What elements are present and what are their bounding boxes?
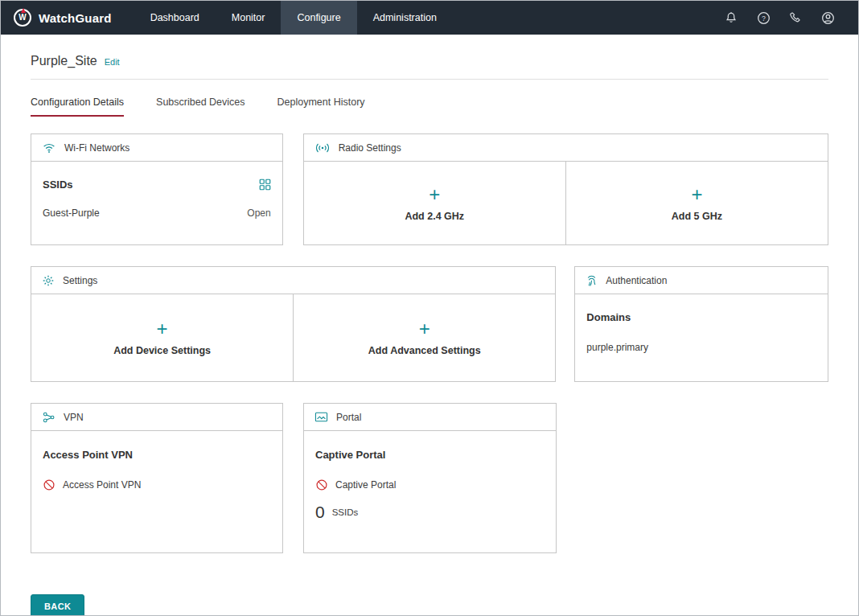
card-row-2: Settings + Add Device Settings + Add Adv… [31, 266, 828, 382]
radio-settings-card: Radio Settings + Add 2.4 GHz + Add 5 GHz [303, 133, 828, 245]
edit-site-link[interactable]: Edit [105, 57, 120, 67]
add-device-settings-button[interactable]: + Add Device Settings [31, 294, 293, 381]
logo-letter: W [18, 14, 26, 22]
portal-card-title: Portal [336, 412, 361, 423]
authentication-card-body: Domains purple.primary [575, 294, 828, 370]
card-grid: Wi-Fi Networks SSIDs [31, 133, 828, 553]
page-content: Purple_Site Edit Configuration Details S… [1, 54, 858, 553]
domains-label: Domains [586, 311, 816, 323]
settings-card-body: + Add Device Settings + Add Advanced Set… [31, 294, 555, 381]
wifi-networks-card-header: Wi-Fi Networks [31, 134, 282, 162]
vpn-status-label: Access Point VPN [63, 479, 141, 491]
radio-settings-card-title: Radio Settings [339, 142, 401, 154]
portal-status-row[interactable]: Captive Portal [315, 478, 545, 491]
captive-portal-heading: Captive Portal [315, 449, 545, 461]
brand-name: WatchGuard [39, 11, 112, 25]
authentication-card-title: Authentication [606, 275, 667, 286]
ssid-count-label: SSIDs [332, 507, 359, 517]
page-title: Purple_Site [31, 54, 97, 68]
tab-deployment-history[interactable]: Deployment History [277, 97, 365, 117]
disabled-prohibited-icon [315, 478, 328, 491]
ssids-header-row: SSIDs [43, 179, 271, 191]
gear-icon [42, 274, 55, 287]
ssid-grid-view-icon[interactable] [259, 179, 271, 191]
vpn-card-header: VPN [31, 404, 282, 431]
fingerprint-icon [586, 274, 598, 287]
navbar-utility-icons: ? [720, 1, 858, 35]
radio-settings-card-body: + Add 2.4 GHz + Add 5 GHz [304, 162, 828, 244]
plus-icon: + [691, 185, 702, 204]
watchguard-wifi-cloud-app: { "navbar": { "brand": "WatchGuard", "it… [0, 0, 859, 616]
tab-configuration-details[interactable]: Configuration Details [31, 97, 124, 117]
account-user-icon[interactable] [816, 6, 839, 29]
plus-icon: + [419, 319, 430, 339]
portal-card-header: Portal [304, 404, 556, 431]
add-advanced-settings-label: Add Advanced Settings [368, 345, 481, 356]
ssid-count-value: 0 [315, 503, 325, 520]
settings-card: Settings + Add Device Settings + Add Adv… [31, 266, 556, 382]
back-button[interactable]: BACK [31, 594, 84, 616]
nav-item-administration[interactable]: Administration [357, 1, 453, 35]
add-5ghz-label: Add 5 GHz [672, 211, 722, 222]
help-question-icon[interactable]: ? [752, 6, 775, 29]
access-point-vpn-heading: Access Point VPN [43, 449, 271, 461]
add-5ghz-button[interactable]: + Add 5 GHz [565, 162, 828, 244]
add-advanced-settings-button[interactable]: + Add Advanced Settings [293, 294, 555, 381]
phone-support-icon[interactable] [784, 6, 807, 29]
plus-icon: + [157, 319, 168, 339]
site-title-row: Purple_Site Edit [31, 54, 828, 80]
notifications-bell-icon[interactable] [720, 6, 742, 29]
settings-card-title: Settings [63, 275, 97, 286]
wifi-networks-card-body: SSIDs Guest-Purple Open [31, 162, 282, 238]
logo-flame [21, 8, 26, 13]
portal-status-label: Captive Portal [335, 479, 396, 491]
portal-card-body: Captive Portal Captive Portal 0 SSIDs [304, 431, 556, 552]
ssid-list-item[interactable]: Guest-Purple Open [43, 207, 271, 219]
settings-card-header: Settings [31, 267, 555, 294]
domain-value[interactable]: purple.primary [586, 342, 816, 353]
image-icon [314, 411, 328, 423]
card-row-3: VPN Access Point VPN Access Point VPN [31, 403, 828, 553]
ssid-name: Guest-Purple [43, 207, 100, 219]
wifi-networks-card: Wi-Fi Networks SSIDs [31, 133, 283, 245]
ssid-security-type: Open [247, 207, 270, 219]
tab-subscribed-devices[interactable]: Subscribed Devices [156, 97, 245, 117]
plus-icon: + [429, 185, 440, 204]
nav-item-configure[interactable]: Configure [281, 1, 356, 35]
watchguard-logo-icon: W [14, 9, 31, 27]
nav-item-dashboard[interactable]: Dashboard [134, 1, 216, 35]
svg-text:?: ? [762, 14, 766, 22]
add-24ghz-button[interactable]: + Add 2.4 GHz [304, 162, 565, 244]
nav-item-monitor[interactable]: Monitor [216, 1, 282, 35]
wifi-icon [42, 142, 56, 154]
vpn-status-row[interactable]: Access Point VPN [43, 478, 271, 491]
authentication-card: Authentication Domains purple.primary [574, 266, 828, 382]
portal-card: Portal Captive Portal Captive Portal [303, 403, 557, 553]
tab-bar: Configuration Details Subscribed Devices… [31, 97, 828, 117]
authentication-card-header: Authentication [575, 267, 828, 294]
wifi-networks-card-title: Wi-Fi Networks [64, 142, 129, 154]
vpn-card: VPN Access Point VPN Access Point VPN [31, 403, 283, 553]
watchguard-brand[interactable]: W WatchGuard [1, 1, 134, 35]
disabled-prohibited-icon [43, 478, 55, 491]
vpn-card-body: Access Point VPN Access Point VPN [31, 431, 282, 552]
ssids-label: SSIDs [43, 179, 73, 191]
portal-ssid-count-row: 0 SSIDs [315, 503, 545, 520]
add-device-settings-label: Add Device Settings [113, 345, 211, 356]
radio-icon [314, 142, 331, 154]
add-24ghz-label: Add 2.4 GHz [405, 211, 464, 222]
share-nodes-icon [42, 411, 55, 424]
top-navbar: W WatchGuard Dashboard Monitor Configure… [1, 1, 858, 35]
card-row-1: Wi-Fi Networks SSIDs [31, 133, 828, 245]
vpn-card-title: VPN [64, 412, 84, 423]
radio-settings-card-header: Radio Settings [304, 134, 828, 162]
